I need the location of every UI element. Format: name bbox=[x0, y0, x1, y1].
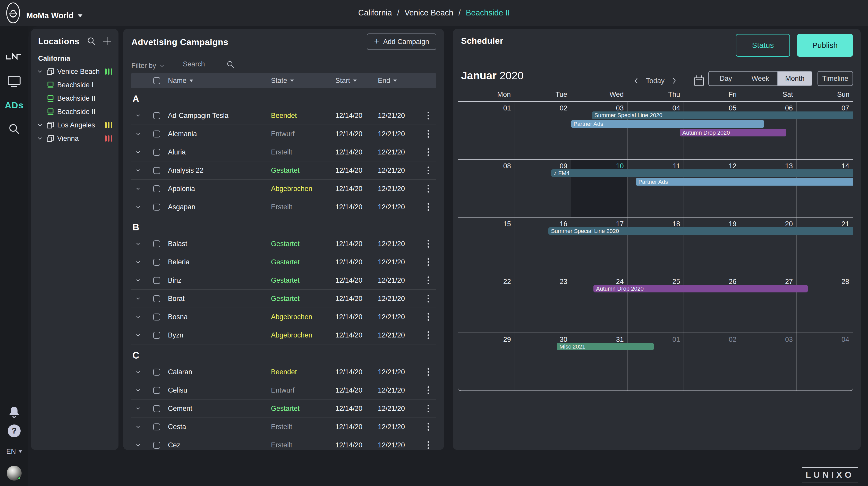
day-cell[interactable]: 22 bbox=[458, 275, 515, 332]
timeline-button[interactable]: Timeline bbox=[817, 71, 853, 86]
chevron-down-icon[interactable] bbox=[135, 369, 141, 375]
kebab-menu[interactable] bbox=[420, 386, 436, 394]
day-cell[interactable]: 20 bbox=[740, 218, 796, 275]
expand-chevron[interactable] bbox=[131, 442, 145, 448]
search-input[interactable] bbox=[183, 60, 227, 68]
screens-icon[interactable] bbox=[7, 75, 21, 88]
search-icon[interactable] bbox=[8, 123, 20, 135]
day-cell[interactable]: 30 bbox=[515, 333, 571, 390]
chevron-down-icon[interactable] bbox=[135, 186, 141, 192]
day-cell[interactable]: 07 bbox=[796, 102, 853, 159]
chevron-down-icon[interactable] bbox=[135, 167, 141, 173]
expand-chevron[interactable] bbox=[131, 424, 145, 430]
breadcrumb-item[interactable]: Venice Beach bbox=[404, 8, 453, 18]
day-cell[interactable]: 15 bbox=[458, 218, 515, 275]
chevron-down-icon[interactable] bbox=[135, 241, 141, 247]
breadcrumb-item[interactable]: California bbox=[358, 8, 392, 18]
campaign-row[interactable]: BosnaAbgebrochen12/14/2012/21/20 bbox=[131, 308, 436, 326]
kebab-menu[interactable] bbox=[420, 185, 436, 193]
location-tree-item[interactable]: Beachside I bbox=[35, 78, 115, 92]
today-button[interactable]: Today bbox=[646, 77, 664, 85]
row-checkbox[interactable] bbox=[153, 167, 160, 174]
day-cell[interactable]: 14 bbox=[796, 160, 853, 217]
location-tree-item[interactable]: Los Angeles bbox=[35, 119, 115, 132]
calendar-event[interactable]: Summer Special Line 2020 bbox=[548, 227, 853, 235]
expand-chevron[interactable] bbox=[131, 204, 145, 210]
campaign-row[interactable]: CezErstellt12/14/2012/21/20 bbox=[131, 436, 436, 450]
day-cell[interactable]: 04 bbox=[627, 102, 684, 159]
day-cell[interactable]: 23 bbox=[515, 275, 571, 332]
day-cell[interactable]: 08 bbox=[458, 160, 515, 217]
day-cell[interactable]: 26 bbox=[684, 275, 740, 332]
calendar-event[interactable]: Autumn Drop 2020 bbox=[593, 285, 808, 292]
day-cell[interactable]: 16 bbox=[515, 218, 571, 275]
chevron-down-icon[interactable] bbox=[135, 112, 141, 119]
view-week[interactable]: Week bbox=[743, 71, 777, 86]
calendar-event[interactable]: Partner Ads bbox=[636, 178, 853, 186]
expand-chevron[interactable] bbox=[131, 259, 145, 265]
add-location-icon[interactable] bbox=[102, 37, 112, 46]
chevron-down-icon[interactable] bbox=[135, 442, 141, 448]
campaign-row[interactable]: AlemaniaEntwurf12/14/2012/21/20 bbox=[131, 125, 436, 143]
chevron-down-icon[interactable] bbox=[135, 259, 141, 265]
kebab-menu[interactable] bbox=[420, 368, 436, 376]
expand-chevron[interactable] bbox=[131, 277, 145, 283]
campaign-row[interactable]: BalastGestartet12/14/2012/21/20 bbox=[131, 235, 436, 253]
day-cell[interactable]: 09 bbox=[515, 160, 571, 217]
day-cell[interactable]: 04 bbox=[796, 333, 853, 390]
campaign-row[interactable]: BeleriaGestartet12/14/2012/21/20 bbox=[131, 253, 436, 271]
chevron-down-icon[interactable] bbox=[135, 204, 141, 210]
day-cell[interactable]: 03 bbox=[740, 333, 796, 390]
calendar-event[interactable]: ♪ FM4 bbox=[551, 169, 853, 177]
calendar-icon[interactable] bbox=[693, 75, 705, 87]
add-campaign-button[interactable]: + Add Campaign bbox=[367, 33, 436, 50]
campaign-row[interactable]: AsgapanErstellt12/14/2012/21/20 bbox=[131, 198, 436, 216]
calendar-event[interactable]: Partner Ads bbox=[571, 120, 765, 128]
breadcrumb-item[interactable]: Beachside II bbox=[466, 8, 510, 18]
day-cell[interactable]: 31 bbox=[571, 333, 627, 390]
help-icon[interactable]: ? bbox=[8, 424, 21, 438]
location-tree-item[interactable]: Beachside II bbox=[35, 105, 115, 119]
expand-chevron[interactable] bbox=[131, 149, 145, 155]
row-checkbox[interactable] bbox=[153, 185, 160, 192]
calendar-event[interactable]: Summer Special Line 2020 bbox=[592, 111, 853, 119]
expand-chevron[interactable] bbox=[131, 314, 145, 320]
location-tree-item[interactable]: Vienna bbox=[35, 132, 115, 145]
column-header-state[interactable]: State bbox=[271, 77, 335, 85]
day-cell[interactable]: 02 bbox=[684, 333, 740, 390]
view-month[interactable]: Month bbox=[777, 71, 812, 86]
chevron-down-icon[interactable] bbox=[135, 149, 141, 155]
chevron-down-icon[interactable] bbox=[135, 406, 141, 412]
view-day[interactable]: Day bbox=[709, 71, 743, 86]
day-cell[interactable]: 24 bbox=[571, 275, 627, 332]
row-checkbox[interactable] bbox=[153, 295, 160, 302]
day-cell[interactable]: 28 bbox=[796, 275, 853, 332]
language-selector[interactable]: EN bbox=[6, 448, 22, 456]
chevron-down-icon[interactable] bbox=[135, 332, 141, 338]
notifications-bell-icon[interactable] bbox=[8, 406, 20, 419]
campaign-row[interactable]: BoratGestartet12/14/2012/21/20 bbox=[131, 290, 436, 308]
expand-chevron[interactable] bbox=[131, 332, 145, 338]
expand-chevron[interactable] bbox=[131, 241, 145, 247]
chevron-down-icon[interactable] bbox=[37, 122, 43, 128]
publish-button[interactable]: Publish bbox=[797, 34, 853, 57]
calendar-event[interactable]: Misc 2021 bbox=[557, 343, 654, 350]
row-checkbox[interactable] bbox=[153, 131, 160, 137]
chevron-down-icon[interactable] bbox=[135, 424, 141, 430]
row-checkbox[interactable] bbox=[153, 314, 160, 321]
campaign-row[interactable]: BinzGestartet12/14/2012/21/20 bbox=[131, 271, 436, 290]
day-cell[interactable]: 03 bbox=[571, 102, 627, 159]
location-tree-item[interactable]: Venice Beach bbox=[35, 65, 115, 78]
next-month-button[interactable] bbox=[671, 77, 677, 85]
chevron-down-icon[interactable] bbox=[37, 68, 43, 75]
day-cell[interactable]: 02 bbox=[515, 102, 571, 159]
column-header-name[interactable]: Name bbox=[168, 77, 271, 85]
campaign-row[interactable]: ApoloniaAbgebrochen12/14/2012/21/20 bbox=[131, 180, 436, 198]
chevron-down-icon[interactable] bbox=[135, 277, 141, 283]
kebab-menu[interactable] bbox=[420, 313, 436, 321]
row-checkbox[interactable] bbox=[153, 277, 160, 284]
expand-chevron[interactable] bbox=[131, 131, 145, 137]
expand-chevron[interactable] bbox=[131, 186, 145, 192]
day-cell[interactable]: 25 bbox=[627, 275, 684, 332]
kebab-menu[interactable] bbox=[420, 203, 436, 211]
